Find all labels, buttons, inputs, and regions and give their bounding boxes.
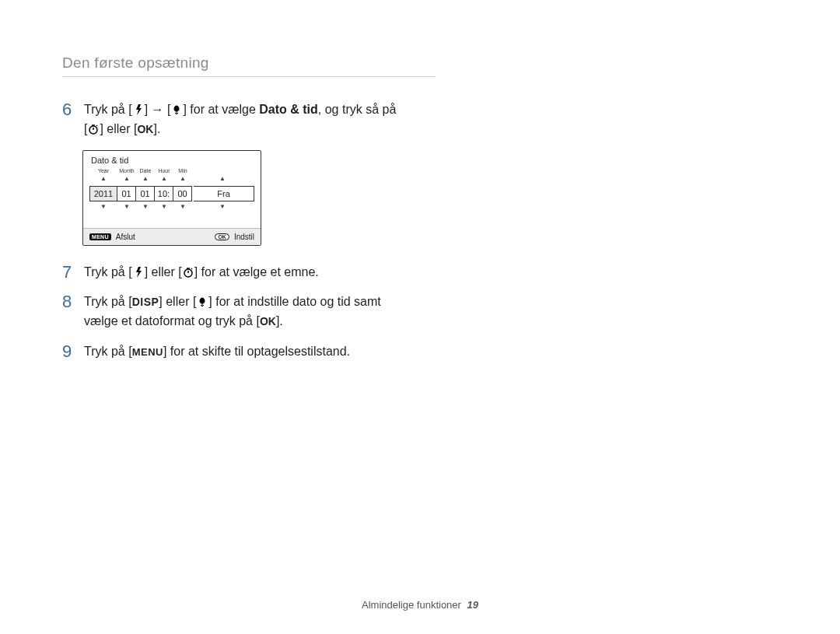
footer-section: Almindelige funktioner: [362, 599, 461, 611]
step-number: 9: [62, 342, 79, 361]
menu-chip[interactable]: MENU: [89, 233, 111, 240]
text: Tryk på [: [84, 265, 132, 278]
footer-exit-label: Afslut: [116, 233, 135, 241]
page-title: Den første opsætning: [62, 54, 436, 77]
text: ] for at skifte til optagelsestilstand.: [163, 345, 350, 358]
flash-icon: [132, 104, 145, 115]
flash-icon: [132, 267, 145, 278]
step-8: 8 Tryk på [DISP] eller [] for at indstil…: [62, 292, 459, 331]
camera-ui-footer: MENU Afslut OK Indstil: [83, 228, 261, 245]
manual-page: Den første opsætning 6 Tryk på [] → [] f…: [0, 0, 840, 634]
text: vælge et datoformat og tryk på [: [84, 314, 260, 328]
header-date: Date: [136, 168, 155, 173]
header-year: Year: [89, 168, 117, 173]
arrow-down-icon[interactable]: ▼: [173, 203, 192, 212]
arrow-down-icon[interactable]: ▼: [136, 203, 155, 212]
step-6: 6 Tryk på [] → [] for at vælge Dato & ti…: [62, 100, 459, 139]
svg-line-9: [191, 268, 192, 269]
step-number: 7: [62, 263, 79, 282]
camera-ui-dateset: Dato & tid Year Month Date Hour Min ▲ ▲ …: [82, 150, 261, 246]
bold-text: Dato & tid: [259, 103, 318, 116]
value-min[interactable]: 00: [173, 186, 192, 201]
disp-label: DISP: [132, 296, 159, 308]
macro-icon: [170, 104, 183, 115]
step-number: 6: [62, 100, 79, 119]
text: ].: [276, 314, 283, 328]
step-number: 8: [62, 292, 79, 311]
steps-list: 6 Tryk på [] → [] for at vælge Dato & ti…: [62, 100, 459, 362]
camera-ui-title: Dato & tid: [83, 151, 261, 168]
value-date[interactable]: 01: [136, 186, 155, 201]
value-row: 2011 01 01 10: 00 Fra: [83, 186, 261, 201]
ok-label: OK: [260, 315, 276, 328]
page-footer: Almindelige funktioner 19: [0, 599, 840, 611]
text: Tryk på [: [84, 345, 132, 358]
header-month: Month: [117, 168, 136, 173]
svg-marker-5: [136, 267, 142, 278]
arrow-down-icon[interactable]: ▼: [89, 203, 117, 212]
step-text: Tryk på [] → [] for at vælge Dato & tid,…: [84, 100, 459, 139]
text: ] for at vælge: [183, 103, 259, 116]
arrow-down-icon[interactable]: ▼: [155, 203, 173, 212]
value-month[interactable]: 01: [117, 186, 136, 201]
footer-set-label: Indstil: [234, 233, 254, 241]
step-9: 9 Tryk på [MENU] for at skifte til optag…: [62, 342, 459, 362]
svg-line-4: [96, 125, 97, 126]
text: ] for at vælge et emne.: [194, 265, 319, 278]
value-off[interactable]: Fra: [194, 186, 254, 201]
arrow-down-icon[interactable]: ▼: [192, 203, 253, 212]
value-year[interactable]: 2011: [89, 186, 117, 201]
ok-chip[interactable]: OK: [215, 233, 229, 240]
text: ] eller [: [145, 265, 182, 278]
arrow-down-icon[interactable]: ▼: [117, 203, 136, 212]
step-text: Tryk på [] eller [] for at vælge et emne…: [84, 263, 459, 282]
menu-label: MENU: [132, 346, 163, 358]
macro-icon: [196, 296, 208, 307]
text: ] for at indstille dato og tid samt: [208, 295, 380, 308]
text: Tryk på [: [84, 295, 132, 308]
arrow-row-up: ▲ ▲ ▲ ▲ ▲ ▲: [83, 173, 261, 186]
value-hour[interactable]: 10:: [155, 186, 173, 201]
arrow-up-icon[interactable]: ▲: [117, 175, 136, 184]
footer-page-number: 19: [467, 599, 478, 611]
text: ] eller [: [100, 122, 137, 135]
text: ] eller [: [159, 295, 196, 308]
timer-icon: [182, 267, 194, 278]
header-hour: Hour: [155, 168, 173, 173]
arrow-up-icon[interactable]: ▲: [173, 175, 192, 184]
step-text: Tryk på [MENU] for at skifte til optagel…: [84, 342, 459, 362]
svg-marker-0: [136, 104, 142, 115]
arrow-up-icon[interactable]: ▲: [136, 175, 155, 184]
text: ] → [: [145, 103, 171, 116]
text: ].: [153, 122, 160, 135]
text: , og tryk så på: [318, 103, 397, 116]
ok-label: OK: [137, 123, 153, 135]
arrow-up-icon[interactable]: ▲: [89, 175, 117, 184]
timer-icon: [87, 124, 100, 135]
text: Tryk på [: [84, 103, 132, 116]
arrow-up-icon[interactable]: ▲: [155, 175, 173, 184]
arrow-up-icon[interactable]: ▲: [192, 175, 253, 184]
field-headers: Year Month Date Hour Min: [83, 168, 261, 173]
header-min: Min: [173, 168, 192, 173]
arrow-row-down: ▼ ▼ ▼ ▼ ▼ ▼: [83, 201, 261, 214]
step-text: Tryk på [DISP] eller [] for at indstille…: [84, 292, 459, 331]
step-7: 7 Tryk på [] eller [] for at vælge et em…: [62, 263, 459, 282]
